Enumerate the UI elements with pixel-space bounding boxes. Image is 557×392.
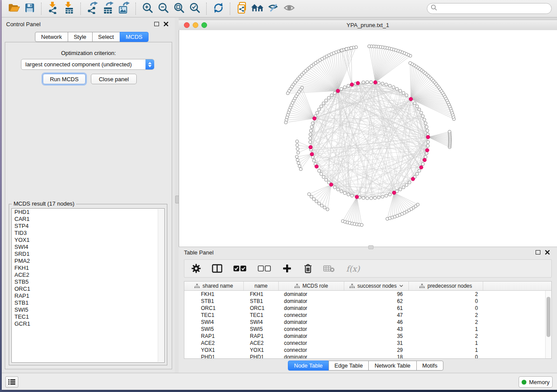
main-toolbar [2, 0, 557, 17]
mcds-result-item[interactable]: SWI5 [12, 306, 164, 313]
split-view-button[interactable] [211, 263, 223, 274]
memory-button[interactable]: Memory [519, 376, 553, 388]
column-header-name[interactable]: name [244, 282, 279, 290]
table-row[interactable]: ORC1ORC1dominator610 [184, 305, 551, 312]
zoom-out-button[interactable] [156, 2, 171, 16]
new-network-from-selection-button[interactable] [235, 2, 249, 16]
network-window-titlebar: YPA_prune.txt_1 [179, 20, 557, 31]
mcds-result-item[interactable]: TEC1 [12, 313, 164, 320]
zoom-selected-button[interactable] [187, 2, 202, 16]
mcds-result-item[interactable]: ACE2 [12, 272, 164, 279]
mcds-result-item[interactable]: PHD1 [12, 209, 164, 216]
first-neighbors-button[interactable] [250, 2, 265, 16]
tab-network[interactable]: Network [35, 32, 68, 42]
export-network-button[interactable] [85, 2, 100, 16]
table-row[interactable]: SWI5SWI5connector431 [184, 326, 551, 333]
table-row[interactable]: TEC1TEC1connector472 [184, 312, 551, 319]
tab-edge-table[interactable]: Edge Table [329, 361, 369, 371]
table-row[interactable]: FKH1FKH1dominator962 [184, 291, 551, 298]
tab-mcds[interactable]: MCDS [120, 32, 149, 42]
vertical-splitter[interactable] [175, 17, 179, 373]
add-column-button[interactable] [281, 263, 293, 274]
mcds-result-item[interactable]: STB1 [12, 299, 164, 306]
table-row[interactable]: RAP1RAP1dominator352 [184, 333, 551, 340]
horizontal-splitter-handle[interactable] [368, 245, 374, 249]
cell-role: dominator [279, 333, 344, 339]
mcds-result-item[interactable]: STB5 [12, 279, 164, 285]
cell-name: SWI5 [244, 326, 279, 332]
table-row[interactable]: ACE2ACE2connector311 [184, 340, 551, 347]
close-panel-button-mcds[interactable]: Close panel [91, 74, 137, 84]
table-scrollbar-thumb[interactable] [547, 297, 550, 337]
cell-predecessors: 0 [409, 298, 483, 304]
table-toolbar: f(x) [184, 259, 552, 278]
mcds-result-item[interactable]: RAP1 [12, 292, 164, 299]
tab-node-table[interactable]: Node Table [288, 361, 329, 371]
graphics-details-button[interactable] [282, 2, 297, 16]
column-header-filler [483, 282, 551, 290]
control-panel: Control Panel Network Style Select MCDS … [2, 17, 175, 373]
cell-predecessors: 0 [409, 354, 483, 359]
criterion-select[interactable]: largest connected component (undirected) [21, 59, 154, 70]
import-table-button[interactable] [62, 2, 76, 16]
function-builder-button[interactable]: f(x) [344, 263, 362, 274]
hide-selected-button[interactable] [266, 2, 281, 16]
optimization-criterion-label: Optimization criterion: [5, 50, 172, 56]
table-row[interactable]: PHD1PHD1dominator180 [184, 354, 551, 359]
export-network-icon [86, 2, 99, 16]
houses-icon [251, 3, 265, 15]
zoom-fit-button[interactable] [172, 2, 187, 16]
import-network-button[interactable] [46, 2, 61, 16]
run-mcds-button[interactable]: Run MCDS [43, 74, 86, 84]
tab-motifs[interactable]: Motifs [416, 361, 444, 371]
zoom-in-button[interactable] [140, 2, 155, 16]
table-panel: Table Panel [179, 247, 557, 373]
tab-network-table[interactable]: Network Table [368, 361, 416, 371]
cell-successors: 96 [344, 291, 409, 297]
column-header-predecessor-nodes[interactable]: predecessor nodes [409, 282, 483, 290]
mcds-result-item[interactable]: CAR1 [12, 216, 164, 223]
unselect-all-columns-button[interactable] [257, 263, 272, 274]
mcds-result-item[interactable]: TID3 [12, 230, 164, 237]
column-header-mcds-role[interactable]: MCDS role [279, 282, 344, 290]
mcds-result-item[interactable]: ORC1 [12, 285, 164, 292]
table-row[interactable]: YOX1YOX1connector291 [184, 347, 551, 354]
network-canvas[interactable] [179, 30, 557, 247]
column-header-shared-name[interactable]: shared name [184, 282, 244, 290]
mcds-result-item[interactable]: SRD1 [12, 251, 164, 258]
table-settings-button[interactable] [190, 263, 202, 274]
export-table-button[interactable] [101, 2, 116, 16]
table-row[interactable]: STB1STB1dominator620 [184, 298, 551, 305]
network-graph[interactable] [179, 30, 557, 247]
tab-style[interactable]: Style [68, 32, 93, 42]
mcds-result-item[interactable]: GCR1 [12, 320, 164, 327]
close-table-panel-button[interactable] [545, 250, 550, 255]
mcds-result-item[interactable]: SWI4 [12, 244, 164, 251]
delete-table-button[interactable] [323, 263, 335, 274]
mcds-list-scrollbar[interactable] [158, 209, 164, 362]
toolbar-separator [41, 3, 42, 15]
apply-layout-button[interactable] [211, 2, 226, 16]
task-history-button[interactable] [5, 376, 18, 388]
mcds-result-item[interactable]: FKH1 [12, 265, 164, 272]
mcds-result-item[interactable]: STP4 [12, 223, 164, 230]
export-image-button[interactable] [117, 2, 131, 16]
mcds-result-item[interactable]: PMA2 [12, 258, 164, 265]
table-scrollbar[interactable] [545, 291, 551, 358]
select-all-columns-button[interactable] [232, 263, 247, 274]
mcds-result-item[interactable]: YOX1 [12, 237, 164, 244]
table-row[interactable]: SWI4SWI4dominator462 [184, 319, 551, 326]
float-panel-button[interactable] [154, 22, 159, 26]
search-input[interactable] [439, 5, 551, 12]
cell-predecessors: 1 [409, 326, 483, 332]
control-panel-title: Control Panel [6, 21, 41, 28]
cell-predecessors: 0 [409, 305, 483, 311]
float-table-panel-button[interactable] [536, 250, 540, 254]
open-session-button[interactable] [7, 2, 21, 16]
cell-shared-name: PHD1 [184, 354, 244, 359]
delete-columns-button[interactable] [302, 263, 314, 274]
close-panel-button[interactable] [163, 21, 169, 27]
column-header-successor-nodes[interactable]: successor nodes [344, 282, 409, 290]
save-session-button[interactable] [22, 2, 37, 16]
tab-select[interactable]: Select [92, 32, 120, 42]
